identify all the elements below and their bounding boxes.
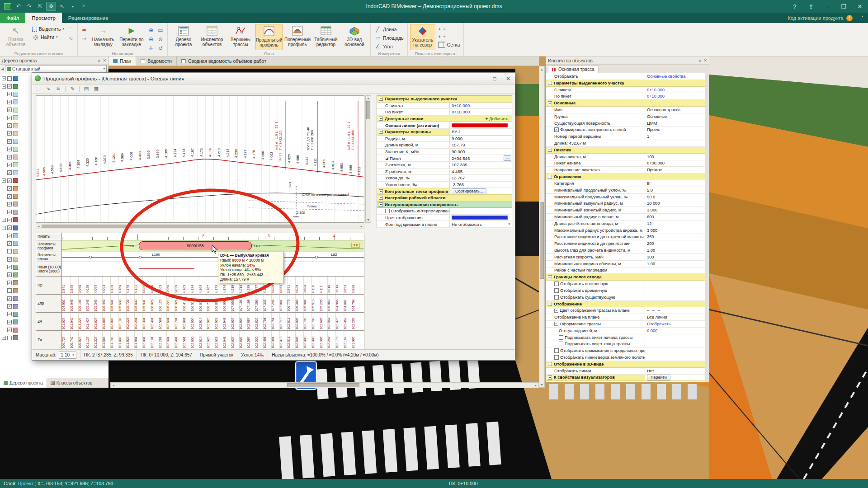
export-icon[interactable]: ⇪	[803, 0, 819, 13]
measure-route-icon[interactable]: ⇱	[35, 2, 45, 11]
expander-icon[interactable]: −	[379, 130, 383, 134]
property-row[interactable]: Минимальный выпуклый радиус, м10 000	[546, 200, 705, 207]
expander-icon[interactable]: −	[548, 101, 552, 105]
property-row[interactable]: Осевая линия (активная)	[377, 122, 512, 129]
tree-item-checkbox[interactable]: ✓	[7, 108, 12, 112]
maximize-button[interactable]: ❐	[835, 0, 852, 13]
property-row[interactable]: Длина кривой, м157.79	[377, 142, 512, 149]
property-group-header[interactable]: −Настройки рабочей области	[377, 195, 512, 202]
property-group-header[interactable]: −Параметры вершиныВУ-1	[377, 129, 512, 136]
checkbox[interactable]	[554, 348, 559, 353]
tree-item-checkbox[interactable]: ✓	[7, 170, 12, 175]
property-row[interactable]: По пикет0+10.000	[377, 109, 512, 116]
property-group-header[interactable]: −Контрольные точки профиля (0)Сортироват…	[377, 188, 512, 195]
measure-angle-button[interactable]: ∠ Угол	[373, 43, 405, 50]
table-editor-button[interactable]: Табличный редактор	[312, 24, 340, 50]
property-row[interactable]: С пикета0+10.000	[546, 87, 705, 94]
tree-item-checkbox[interactable]: ✓	[7, 234, 12, 238]
profile-window-titlebar[interactable]: Продольный профиль - [Основная трасса] -…	[32, 73, 515, 84]
zoom-window-icon[interactable]: ▭	[156, 26, 165, 34]
tree-item-checkbox[interactable]: ✓	[7, 257, 12, 262]
tree-item-checkbox[interactable]: ✓	[7, 131, 12, 136]
close-button[interactable]: ✕	[501, 73, 515, 84]
tree-item-checkbox[interactable]	[7, 336, 12, 340]
property-row[interactable]: ОтображатьОсновные свойства	[546, 73, 705, 80]
map-horizontal-scrollbar[interactable]: ◂ ▸	[110, 382, 539, 388]
property-row[interactable]: Цвет отображения	[377, 215, 512, 221]
tree-item-checkbox[interactable]: ✓	[7, 272, 12, 277]
checkbox[interactable]	[554, 288, 559, 293]
tab-review[interactable]: Рецензирование	[62, 13, 115, 23]
tree-item-checkbox[interactable]: ✓	[7, 328, 12, 332]
property-row[interactable]: Существующая поверхностьЦММ	[546, 120, 705, 127]
project-tree-button[interactable]: Дерево проекта	[170, 24, 197, 50]
pan-tool-icon[interactable]: ✥	[46, 2, 56, 11]
checkbox[interactable]	[559, 335, 563, 340]
chevron-down-icon[interactable]: ▾	[508, 222, 510, 226]
tab-view[interactable]: Просмотр	[25, 13, 62, 23]
property-group-header[interactable]: −Пикетаж	[546, 147, 705, 154]
property-row[interactable]: ✓Формировать поверхность в слойПроект	[546, 127, 705, 134]
close-icon[interactable]: ✕	[103, 58, 106, 63]
zoom-in-icon[interactable]: ⊕	[146, 26, 156, 34]
tree-item-checkbox[interactable]: ✓	[7, 265, 12, 269]
checkbox[interactable]	[554, 282, 559, 286]
scale-combobox[interactable]: 1:10 ▾	[59, 352, 76, 359]
tree-item-checkbox[interactable]: ✓	[7, 194, 12, 199]
expander-icon[interactable]: −	[548, 175, 552, 179]
route-vertices-button[interactable]: Вершины трассы	[227, 24, 254, 50]
property-row[interactable]: ◢Пикет2+04.546↔	[377, 155, 512, 162]
tree-item-checkbox[interactable]: ✓	[7, 218, 12, 222]
tree-item-checkbox[interactable]: ✓	[7, 92, 12, 96]
minimize-button[interactable]: –	[819, 0, 835, 13]
prev-bookmark-icon[interactable]: ⇐	[80, 26, 88, 34]
map-vertical-scrollbar[interactable]: ▲ ▼	[539, 66, 545, 388]
property-group-header[interactable]: −Отображение	[546, 301, 705, 308]
tree-item-checkbox[interactable]: ✓	[7, 296, 12, 301]
longitudinal-profile-button[interactable]: Продольный профиль	[255, 24, 283, 50]
tab-file[interactable]: Файл	[0, 13, 25, 23]
pickets-band[interactable]: 1234	[62, 233, 364, 240]
edit-objects-button[interactable]: ↖ Правка объектов	[2, 24, 29, 50]
folder-icon[interactable]: ▤	[82, 85, 91, 93]
property-row[interactable]: С пикета0+10.000	[377, 103, 512, 109]
property-row[interactable]: Подписывать пикет конца трассы	[546, 341, 705, 348]
measure-length-button[interactable]: ╱ Длина	[373, 26, 405, 33]
picket-picker-button[interactable]: ↔	[504, 155, 511, 161]
arc-mode-icon[interactable]: ⌒	[67, 26, 75, 34]
property-row[interactable]: Отображать линииНет	[546, 368, 705, 375]
profile-lines-icon[interactable]: ∿	[44, 85, 53, 93]
property-row[interactable]: Максимальный продольный уклон, ‰50.0	[546, 194, 705, 201]
expander-icon[interactable]: +	[2, 336, 6, 340]
property-row[interactable]: Длина: 432.67 м	[546, 140, 705, 147]
property-row[interactable]: По пикет0+10.000	[546, 93, 705, 100]
tab-reports[interactable]: Ведомости	[136, 56, 177, 66]
north-pointer-button[interactable]: Указатель на север	[410, 24, 435, 50]
tree-item-checkbox[interactable]: ✓	[7, 320, 12, 324]
expander-icon[interactable]: −	[379, 189, 383, 193]
property-row[interactable]: ГруппаОсновные	[546, 113, 705, 120]
expander-icon[interactable]: −	[554, 322, 558, 326]
property-row[interactable]: Минимальный радиус в плане, м600	[546, 214, 705, 221]
expander-icon[interactable]: +	[554, 309, 558, 313]
property-row[interactable]: ИмяОсновная трасса	[546, 107, 705, 113]
measure-area-button[interactable]: ▱ Площадь	[373, 34, 405, 42]
map-view-right-sliver[interactable]	[515, 66, 539, 361]
property-row[interactable]: Длина расчётного автопоезда, м12	[546, 221, 705, 227]
property-row[interactable]: Отображение на планеВсе линии	[546, 314, 705, 321]
tree-item-checkbox[interactable]: ✓	[7, 84, 12, 89]
property-row[interactable]: Номер первой вершины1	[546, 133, 705, 140]
tree-item-checkbox[interactable]: ✓	[7, 186, 12, 191]
expander-icon[interactable]: −	[2, 84, 6, 89]
pin-icon[interactable]: ⊼	[98, 58, 101, 63]
expander-icon[interactable]: −	[548, 275, 552, 279]
property-row[interactable]: Z-отметка, м107.335	[377, 162, 512, 169]
map-3d-view[interactable]	[709, 56, 868, 479]
property-group-header[interactable]: −Основные	[546, 100, 705, 107]
radius-band[interactable]	[62, 262, 364, 276]
plan-elements-band[interactable]: L190L80L82	[62, 252, 364, 262]
redo-icon[interactable]: ↷	[24, 2, 34, 11]
property-row[interactable]: Расстояние видимости до встречной машины…	[546, 234, 705, 241]
color-swatch[interactable]	[452, 123, 508, 127]
app-menu-icon[interactable]	[3, 2, 13, 11]
